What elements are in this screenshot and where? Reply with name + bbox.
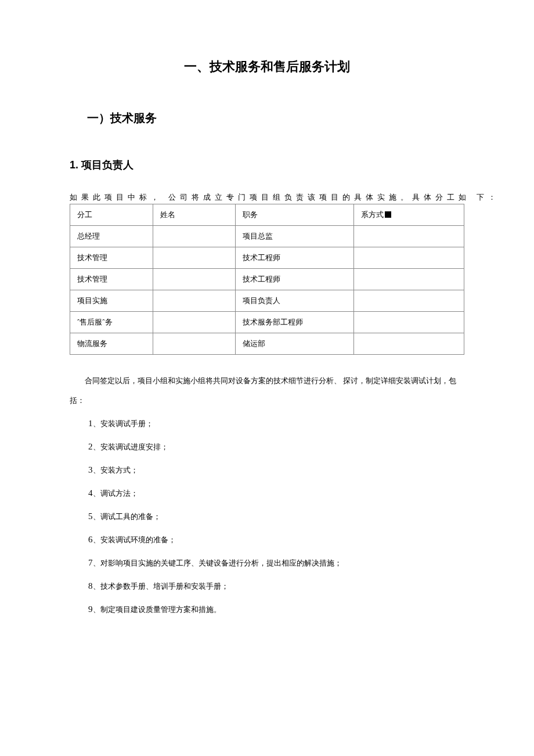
table-cell-role: 总经理 (70, 226, 153, 247)
list-number: 5 (88, 512, 93, 521)
section-heading: 一）技术服务 (87, 110, 464, 126)
redact-icon (385, 211, 391, 218)
table-cell-title: 技术工程师 (236, 247, 354, 269)
list-text: 安装调试环境的准备； (100, 535, 176, 544)
item-list: 1、安装调试手册；2、安装调试进度安排；3、安装方式；4、调试方法；5、调试工具… (70, 416, 464, 616)
list-item: 6、安装调试环境的准备； (88, 532, 464, 546)
table-cell-contact (353, 269, 464, 290)
table-row: 物流服务储运部 (70, 333, 464, 355)
list-item: 8、技术参数手册、培训手册和安装手册； (88, 579, 464, 593)
list-item: 1、安装调试手册； (88, 416, 464, 430)
list-item: 2、安装调试进度安排； (88, 440, 464, 453)
list-text: 安装调试进度安排； (100, 442, 168, 451)
list-text: 调试方法； (100, 489, 138, 498)
list-text: 安装调试手册； (100, 419, 153, 428)
table-cell-name (153, 333, 236, 355)
table-cell-role: ˆ售后服ˆ务 (70, 312, 153, 333)
header-title: 职务 (236, 204, 354, 226)
list-text: 对影响项目实施的关键工序、关键设备进行分析，提出相应的解决措施； (100, 559, 342, 567)
list-number: 9 (88, 604, 93, 614)
list-number: 3 (88, 465, 93, 474)
table-row: ˆ售后服ˆ务技术服务部工程师 (70, 312, 464, 333)
list-number: 1 (88, 419, 93, 428)
header-role: 分工 (70, 204, 153, 226)
table-cell-contact (353, 226, 464, 247)
table-cell-title: 项目总监 (236, 226, 354, 247)
list-number: 6 (88, 535, 93, 544)
table-cell-role: 技术管理 (70, 269, 153, 290)
list-item: 5、调试工具的准备； (88, 509, 464, 523)
table-cell-name (153, 226, 236, 247)
list-number: 2 (88, 442, 93, 451)
list-item: 4、调试方法； (88, 486, 464, 500)
table-row: 项目实施项目负责人 (70, 290, 464, 312)
table-cell-name (153, 290, 236, 312)
table-cell-role: 物流服务 (70, 333, 153, 355)
list-item: 7、对影响项目实施的关键工序、关键设备进行分析，提出相应的解决措施； (88, 556, 464, 570)
table-header-row: 分工 姓名 职务 系方式 (70, 204, 464, 226)
header-name: 姓名 (153, 204, 236, 226)
table-cell-name (153, 247, 236, 269)
list-number: 4 (88, 488, 93, 498)
table-cell-contact (353, 290, 464, 312)
table-row: 技术管理技术工程师 (70, 269, 464, 290)
paragraph: 合同签定以后，项目小组和实施小组将共同对设备方案的技术细节进行分析、 探讨，制定… (70, 371, 464, 411)
sub-heading: 1. 项目负责人 (70, 158, 464, 172)
list-item: 9、制定项目建设质量管理方案和措施。 (88, 602, 464, 616)
list-number: 7 (88, 558, 93, 567)
table-cell-role: 技术管理 (70, 247, 153, 269)
table-cell-title: 技术工程师 (236, 269, 354, 290)
table-row: 技术管理技术工程师 (70, 247, 464, 269)
list-text: 制定项目建设质量管理方案和措施。 (100, 605, 221, 614)
table-cell-title: 储运部 (236, 333, 354, 355)
list-text: 调试工具的准备； (100, 512, 161, 521)
list-text: 安装方式； (100, 466, 138, 474)
table-cell-title: 项目负责人 (236, 290, 354, 312)
table-cell-name (153, 269, 236, 290)
list-text: 技术参数手册、培训手册和安装手册； (100, 582, 229, 591)
table-cell-contact (353, 312, 464, 333)
list-item: 3、安装方式； (88, 463, 464, 477)
table-cell-role: 项目实施 (70, 290, 153, 312)
header-contact: 系方式 (353, 204, 464, 226)
table-cell-contact (353, 247, 464, 269)
table-cell-contact (353, 333, 464, 355)
table-row: 总经理项目总监 (70, 226, 464, 247)
table-cell-title: 技术服务部工程师 (236, 312, 354, 333)
intro-text: 如果此项目中标， 公司将成立专门项目组负责该项目的具体实施。具体分工如 下： (70, 192, 464, 203)
list-number: 8 (88, 581, 93, 591)
assignment-table: 分工 姓名 职务 系方式 总经理项目总监技术管理技术工程师技术管理技术工程师项目… (70, 204, 464, 355)
page-title: 一、技术服务和售后服务计划 (70, 58, 464, 75)
table-cell-name (153, 312, 236, 333)
